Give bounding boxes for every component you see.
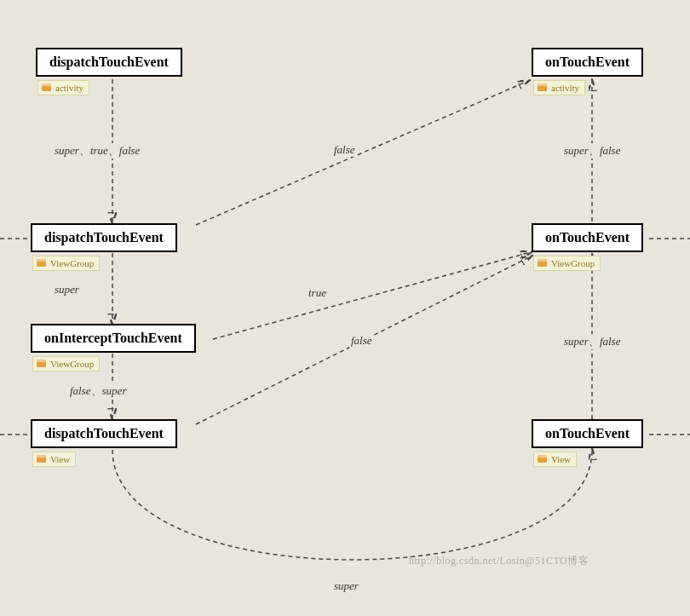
edge-n5-n4 [213,252,531,339]
node-ontouch-viewgroup: onTouchEvent [532,223,643,252]
edge-n3-n2 [196,81,528,225]
edge-label-e3: super、false [562,143,622,158]
watermark-text: http://blog.csdn.net/Losin@51CTO博客 [409,554,589,568]
node-ontouch-view: onTouchEvent [532,419,643,448]
tag-viewgroup-2: ViewGroup [533,256,601,271]
node-dispatch-viewgroup: dispatchTouchEvent [31,223,177,252]
node-title: dispatchTouchEvent [49,55,169,69]
node-title: onTouchEvent [545,230,630,245]
node-dispatch-view: dispatchTouchEvent [31,419,177,448]
node-title: onTouchEvent [545,426,630,440]
node-title: onTouchEvent [545,55,630,69]
tag-activity-2: activity [533,80,585,95]
edge-label-e7: false [349,334,374,348]
node-dispatch-activity: dispatchTouchEvent [36,48,182,77]
edge-label-e8: super、false [562,334,622,349]
edge-label-e1: super、true、false [53,143,141,158]
node-onintercept-viewgroup: onInterceptTouchEvent [31,324,196,353]
tag-viewgroup-1: ViewGroup [32,256,100,271]
tag-view-2: View [533,452,577,467]
node-title: dispatchTouchEvent [44,426,164,440]
tag-viewgroup-3: ViewGroup [32,356,100,371]
tag-view-1: View [32,452,76,467]
edge-label-e2: false [332,143,357,157]
tag-activity-1: activity [37,80,89,95]
edge-label-e6: false、super [68,383,128,399]
node-ontouch-activity: onTouchEvent [532,48,643,77]
edges-layer [0,0,690,616]
edge-label-e9: super [332,579,360,593]
edge-label-e4: super [53,283,81,296]
node-title: onInterceptTouchEvent [44,331,182,345]
edge-label-e5: true [307,286,328,300]
node-title: dispatchTouchEvent [44,230,164,245]
edge-n6-n7 [112,450,592,560]
